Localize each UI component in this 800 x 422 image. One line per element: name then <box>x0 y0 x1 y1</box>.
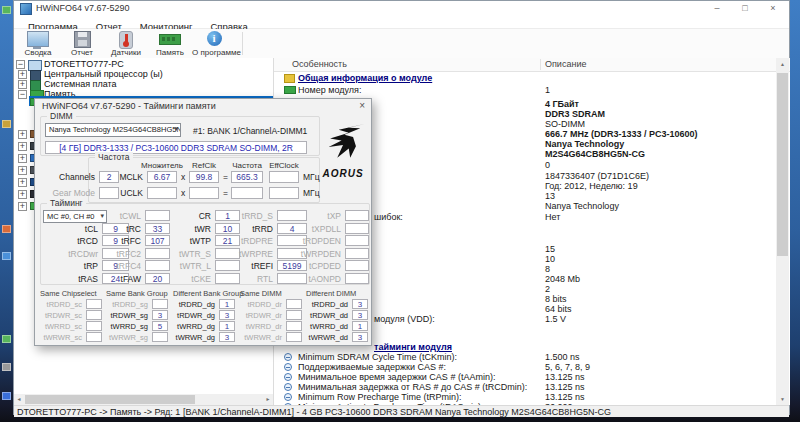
toolbar-button-about[interactable]: iО программе <box>192 29 236 58</box>
frequency-header: Множитель <box>139 161 185 170</box>
timing-label-tRDWR_dg: tRDWR_dg <box>173 311 215 320</box>
vscroll-thumb[interactable] <box>777 73 788 256</box>
desktop-icon[interactable] <box>2 225 11 233</box>
toolbar-button-report[interactable]: Отчет <box>60 29 104 58</box>
timing-label-tWRRD_dg: tWRRD_dg <box>173 322 215 331</box>
tree-root-item[interactable]: DTORETTO777-PC <box>44 59 124 69</box>
tree-item[interactable]: Системная плата <box>44 79 117 89</box>
detail-value: 13.125 ns <box>545 392 585 402</box>
scroll-down-icon[interactable]: ▼ <box>776 393 789 405</box>
scroll-right-icon[interactable]: ► <box>263 394 273 405</box>
desktop-icon[interactable] <box>2 120 11 128</box>
hscroll-thumb[interactable] <box>25 395 195 404</box>
timing-field-tWRRD_dg: 1 <box>219 321 235 331</box>
expand-box-icon[interactable]: + <box>18 80 27 89</box>
section-header-fragment[interactable]: тайминги модуля <box>374 342 452 352</box>
dialog-titlebar[interactable]: HWiNFO64 v7.67-5290 - Тайминги памяти × <box>35 99 371 113</box>
timing-field-tCWL <box>145 210 170 221</box>
scroll-left-icon[interactable]: ◄ <box>14 394 24 405</box>
expand-box-icon[interactable]: + <box>18 178 27 187</box>
desktop-icon[interactable] <box>2 392 11 400</box>
close-button[interactable]: × <box>759 1 787 16</box>
mc-channel-combo[interactable]: MC #0, CH #0 ▾ <box>43 210 107 223</box>
hwinfo-main-window: HWiNFO64 v7.67-5290 – □ × ПрограммаОтчет… <box>13 0 790 415</box>
detail-value: 1 <box>545 85 550 95</box>
group-title: Different DIMM <box>306 289 356 298</box>
maximize-button[interactable]: □ <box>731 1 759 16</box>
feature-column-header[interactable]: Особенность <box>292 59 347 69</box>
desktop-icon[interactable] <box>2 335 11 343</box>
timing-field-tRFC: 107 <box>145 235 170 246</box>
detail-value: 0 <box>545 160 550 170</box>
desktop-icon[interactable] <box>2 363 11 371</box>
collapse-box-icon[interactable]: − <box>18 90 27 99</box>
details-vertical-scrollbar[interactable]: ▲ ▼ <box>776 58 789 405</box>
scroll-up-icon[interactable]: ▲ <box>776 58 789 70</box>
detail-value: 5, 6, 7, 8, 9 <box>545 362 590 372</box>
timing-label-tXPDLL: tXPDLL <box>299 224 341 234</box>
timing-label-tRP: tRP <box>56 261 98 271</box>
desktop-icon[interactable] <box>2 6 11 14</box>
timing-label-tRDRD_dg: tRDRD_dg <box>173 300 215 309</box>
timing-label-tRCDwr: tRCDwr <box>56 249 98 259</box>
timing-field-tRDPDEN <box>345 235 369 246</box>
window-titlebar[interactable]: HWiNFO64 v7.67-5290 – □ × <box>14 1 789 16</box>
timing-field-tXP <box>345 210 369 221</box>
module-info-link[interactable]: Общая информация о модуле <box>298 73 432 83</box>
desktop-icon[interactable] <box>2 252 11 260</box>
timing-field-tRDWR_dr <box>286 310 302 320</box>
timing-label-RTL: RTL <box>231 274 273 284</box>
dimm-combo[interactable]: Nanya Technology M2S4G64CB8HG5N-CG ▾ <box>45 123 181 137</box>
uclk-unit-label: МГц <box>303 188 320 198</box>
expand-box-icon[interactable]: + <box>18 70 27 79</box>
timing-label-tRDPDEN: tRDPDEN <box>299 236 341 246</box>
frequency-header: EffClock <box>261 161 307 170</box>
timing-label-tRFC2: tRFC2 <box>99 249 141 259</box>
toolbar-button-label: Отчет <box>60 48 104 57</box>
toolbar: СводкаОтчетДатчикиПамятьiО программе <box>14 29 789 59</box>
toolbar-button-memory[interactable]: Память <box>148 29 192 58</box>
expand-box-icon[interactable]: + <box>18 166 27 175</box>
menu-bar: ПрограммаОтчетМониторингСправка <box>14 16 789 29</box>
detail-value: SO-DIMM <box>545 119 585 129</box>
timing-label-tRDRD_dr: tRDRD_dr <box>240 300 282 309</box>
minimize-button[interactable]: – <box>703 1 731 16</box>
toolbar-button-summary[interactable]: Сводка <box>16 29 60 58</box>
timing-field-tWRWR_sc <box>86 332 102 342</box>
timing-label-tWRWR_dd: tWRWR_dd <box>306 333 348 342</box>
description-column-header[interactable]: Описание <box>545 59 586 69</box>
expand-box-icon[interactable]: + <box>18 202 27 211</box>
timing-field-tRDWR_sg: 3 <box>152 310 168 320</box>
column-divider[interactable] <box>540 59 541 70</box>
timing-field-tRC: 33 <box>145 223 170 234</box>
detail-label: Минимальная задержка от RAS # до CAS # (… <box>298 382 527 392</box>
detail-value: 13.125 ns <box>545 382 585 392</box>
chevron-down-icon[interactable]: ▾ <box>174 125 178 133</box>
tree-item[interactable]: Центральный процессор (ы) <box>44 69 163 79</box>
channels-label: Channels <box>37 172 95 182</box>
dialog-close-icon[interactable]: × <box>359 100 365 111</box>
timing-field-tRFC2 <box>145 248 170 259</box>
expand-box-icon[interactable]: + <box>18 130 27 139</box>
detail-value: 15 <box>545 244 555 254</box>
expand-box-icon[interactable]: + <box>18 190 27 199</box>
tree-horizontal-scrollbar[interactable]: ◄ ► <box>14 394 273 405</box>
timing-field-tWRPDEN <box>345 248 369 259</box>
mc-channel-value: MC #0, CH #0 <box>47 212 95 221</box>
expand-box-icon[interactable]: + <box>18 142 27 151</box>
mclk-multiplier-field: 6.67 <box>147 171 177 183</box>
collapse-box-icon[interactable]: − <box>16 60 25 69</box>
detail-value: 64 bits <box>545 304 572 314</box>
toolbar-button-sensors[interactable]: Датчики <box>104 29 148 58</box>
memory-timings-dialog[interactable]: HWiNFO64 v7.67-5290 - Тайминги памяти × … <box>34 98 372 346</box>
expand-box-icon[interactable]: + <box>18 154 27 163</box>
timing-label-CR: CR <box>169 211 211 221</box>
timing-field-tRDRD_dd: 3 <box>352 299 368 309</box>
mclk-refclk-field: 99.8 <box>189 171 219 183</box>
dimm-slot-label: #1: BANK 1/ChannelA-DIMM1 <box>193 126 307 136</box>
timing-label-tRDWR_sg: tRDWR_sg <box>106 311 148 320</box>
detail-value: 2 <box>545 284 550 294</box>
aorus-logo: AORUS <box>317 121 369 179</box>
mclk-effclock-field <box>269 171 299 183</box>
group-title: Different Bank Group <box>173 289 243 298</box>
